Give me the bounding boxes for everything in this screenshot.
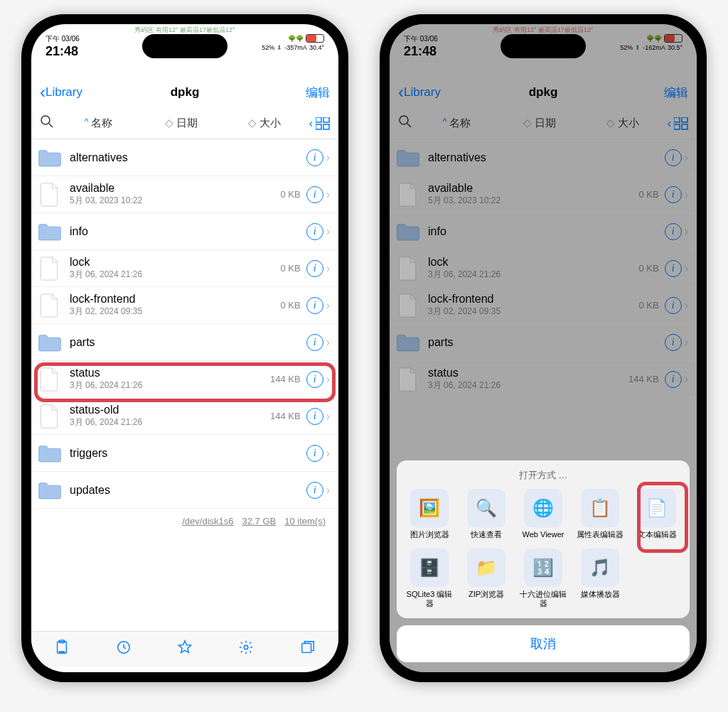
open-with-option[interactable]: 🖼️图片浏览器 — [404, 489, 455, 539]
chevron-right-icon: › — [326, 262, 330, 275]
clock-icon[interactable] — [116, 640, 132, 659]
file-icon — [37, 404, 63, 429]
clipboard-icon[interactable] — [54, 640, 70, 659]
file-row-alternatives[interactable]: alternativesi› — [31, 139, 338, 176]
file-size: 0 KB — [280, 300, 300, 311]
file-date: 3月 02, 2024 09:35 — [70, 306, 280, 318]
edit-button[interactable]: 编辑 — [306, 85, 330, 101]
open-with-option[interactable]: 🔍快速查看 — [461, 489, 512, 539]
file-size: 144 KB — [270, 411, 301, 421]
chevron-right-icon: › — [326, 188, 330, 201]
file-row-parts[interactable]: partsi› — [31, 324, 338, 361]
chevron-right-icon: › — [326, 336, 330, 349]
app-icon: 📋 — [581, 489, 619, 527]
chevron-right-icon: › — [326, 225, 330, 238]
info-button[interactable]: i — [306, 445, 323, 462]
file-row-triggers[interactable]: triggersi› — [31, 435, 338, 472]
file-size: 0 KB — [280, 189, 300, 200]
svg-point-8 — [60, 651, 60, 652]
info-button[interactable]: i — [306, 408, 323, 425]
gear-icon[interactable] — [238, 640, 254, 659]
disk-summary[interactable]: /dev/disk1s632.7 GB10 item(s) — [31, 509, 338, 534]
open-with-option[interactable]: 🌐Web Viewer — [518, 489, 569, 539]
status-time: 21:48 — [46, 44, 80, 59]
file-date: 5月 03, 2023 10:22 — [70, 195, 280, 207]
chevron-right-icon: › — [326, 299, 330, 312]
sort-size-button[interactable]: ◇大小 — [226, 117, 304, 130]
svg-rect-4 — [316, 124, 321, 129]
folder-icon — [37, 330, 63, 355]
open-with-option[interactable]: 🔢十六进位编辑器 — [518, 549, 569, 608]
info-button[interactable]: i — [306, 186, 323, 203]
cancel-button[interactable]: 取消 — [397, 625, 690, 662]
file-name: lock — [70, 256, 280, 269]
info-button[interactable]: i — [306, 371, 323, 388]
app-icon: 📄 — [638, 489, 676, 527]
file-name: triggers — [70, 447, 306, 460]
svg-point-10 — [63, 651, 64, 652]
open-with-option[interactable]: 📁ZIP浏览器 — [461, 549, 512, 608]
app-label: 十六进位编辑器 — [518, 590, 569, 608]
svg-rect-13 — [302, 643, 311, 652]
current: -357mA — [284, 44, 307, 51]
file-row-available[interactable]: available5月 03, 2023 10:220 KBi› — [31, 176, 338, 213]
nav-bar: ‹ Library dpkg 编辑 — [31, 77, 338, 108]
file-row-info[interactable]: infoi› — [31, 213, 338, 250]
app-label: 文本编辑器 — [638, 530, 677, 539]
folder-icon — [37, 478, 63, 503]
sort-name-button[interactable]: ^名称 — [60, 117, 137, 130]
back-label: Library — [46, 85, 82, 99]
app-label: 媒体播放器 — [581, 590, 620, 599]
app-label: 图片浏览器 — [410, 530, 449, 539]
file-icon — [37, 256, 63, 281]
file-list: alternativesi›available5月 03, 2023 10:22… — [31, 139, 338, 630]
app-icon: 🎵 — [581, 549, 619, 587]
file-row-lock-frontend[interactable]: lock-frontend3月 02, 2024 09:350 KBi› — [31, 287, 338, 324]
app-icon: 🗄️ — [410, 549, 449, 587]
file-date: 3月 06, 2024 21:26 — [70, 379, 270, 392]
view-toggle[interactable]: ‹ — [309, 117, 330, 130]
phone-frame-right: 秀屿区 有雨12° 最高温17最低温12° 下午 03/06 21:48 🌳🌳 … — [380, 14, 707, 682]
status-date: 下午 03/06 — [46, 34, 80, 44]
folder-icon — [37, 145, 63, 171]
app-icon: 📁 — [467, 549, 505, 587]
open-with-option[interactable]: 📄文本编辑器 — [631, 489, 682, 539]
file-row-status[interactable]: status3月 06, 2024 21:26144 KBi› — [31, 361, 338, 398]
file-row-lock[interactable]: lock3月 06, 2024 21:260 KBi› — [31, 250, 338, 287]
file-name: available — [70, 182, 280, 195]
open-with-option[interactable]: 📋属性表编辑器 — [574, 489, 626, 539]
chevron-right-icon: › — [326, 151, 330, 164]
screen-right: 秀屿区 有雨12° 最高温17最低温12° 下午 03/06 21:48 🌳🌳 … — [390, 24, 697, 672]
file-size: 144 KB — [270, 374, 301, 384]
sort-date-button[interactable]: ◇日期 — [143, 117, 220, 130]
file-row-status-old[interactable]: status-old3月 06, 2024 21:26144 KBi› — [31, 398, 338, 435]
star-icon[interactable] — [177, 640, 193, 659]
info-button[interactable]: i — [306, 334, 323, 351]
info-button[interactable]: i — [306, 260, 323, 277]
file-name: alternatives — [70, 151, 306, 164]
info-button[interactable]: i — [306, 223, 323, 240]
file-name: info — [70, 225, 306, 238]
file-row-updates[interactable]: updatesi› — [31, 472, 338, 509]
app-label: Web Viewer — [523, 530, 564, 539]
screen-left: 秀屿区 有雨12° 最高温17最低温12° 下午 03/06 21:48 🌳🌳 … — [31, 24, 338, 672]
phone-frame-left: 秀屿区 有雨12° 最高温17最低温12° 下午 03/06 21:48 🌳🌳 … — [21, 14, 348, 682]
app-label: SQLite3 编辑器 — [404, 590, 455, 608]
info-button[interactable]: i — [306, 482, 323, 499]
info-button[interactable]: i — [306, 149, 323, 166]
chevron-left-icon: ‹ — [40, 82, 46, 102]
app-icon: 🔢 — [524, 549, 562, 587]
dynamic-island — [142, 34, 228, 58]
svg-rect-3 — [323, 117, 329, 122]
open-with-option[interactable]: 🗄️SQLite3 编辑器 — [404, 549, 455, 608]
svg-point-9 — [61, 651, 62, 652]
file-name: updates — [70, 484, 306, 497]
search-icon[interactable] — [40, 114, 54, 132]
file-date: 3月 06, 2024 21:26 — [70, 269, 280, 281]
info-button[interactable]: i — [306, 297, 323, 314]
file-icon — [37, 293, 63, 318]
file-name: parts — [70, 336, 306, 349]
windows-icon[interactable] — [300, 640, 316, 659]
open-with-option[interactable]: 🎵媒体播放器 — [574, 549, 626, 608]
back-button[interactable]: ‹ Library — [40, 82, 82, 102]
